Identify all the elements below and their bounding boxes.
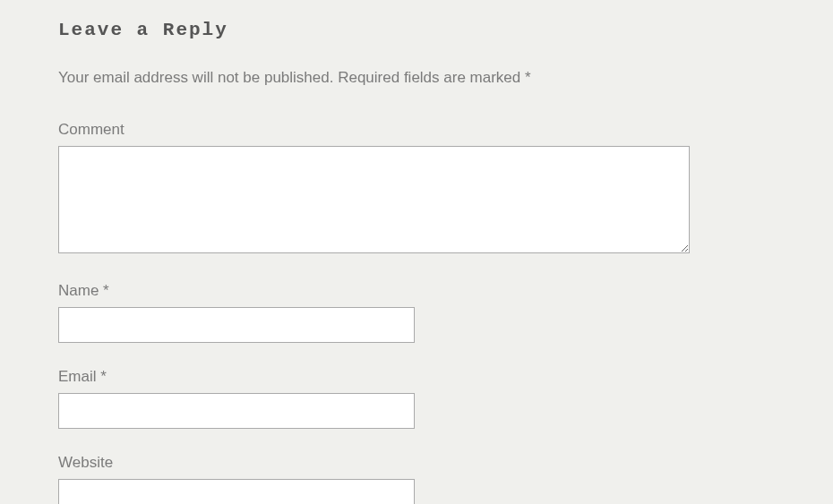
email-input[interactable]: [58, 393, 415, 429]
email-label: Email *: [58, 368, 667, 386]
reply-heading: Leave a Reply: [58, 20, 667, 40]
website-input[interactable]: [58, 479, 415, 504]
email-field-group: Email *: [58, 368, 667, 429]
name-input[interactable]: [58, 307, 415, 343]
comment-label: Comment: [58, 121, 667, 139]
website-field-group: Website: [58, 454, 667, 504]
comment-field-group: Comment: [58, 121, 667, 257]
comment-textarea[interactable]: [58, 146, 690, 253]
website-label: Website: [58, 454, 667, 472]
required-notice: Your email address will not be published…: [58, 69, 667, 87]
name-field-group: Name *: [58, 282, 667, 343]
name-label: Name *: [58, 282, 667, 300]
